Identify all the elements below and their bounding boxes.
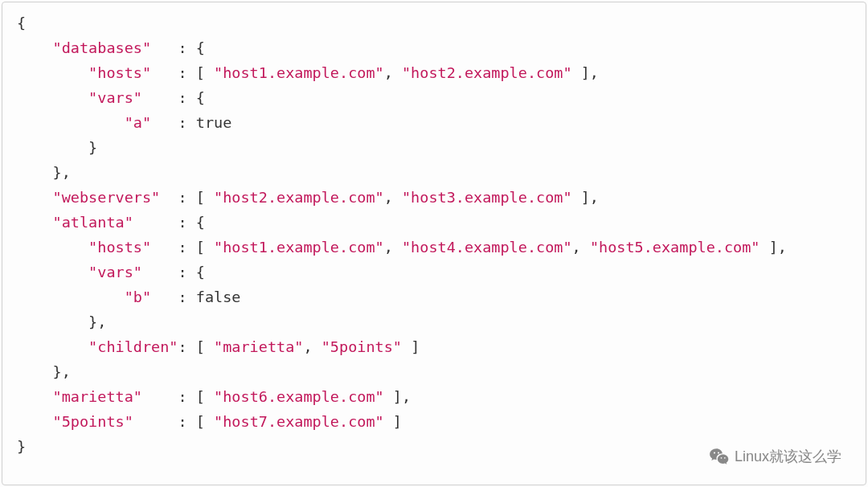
key-vars: "vars": [88, 89, 142, 106]
bracket-open: [: [196, 64, 205, 81]
comma: ,: [384, 189, 393, 206]
bracket-close: ]: [393, 413, 402, 430]
colon: :: [178, 39, 187, 56]
watermark: Linux就该这么学: [709, 446, 841, 467]
key-hosts: "hosts": [88, 239, 151, 256]
bracket-close-comma: ],: [393, 388, 411, 405]
comma: ,: [303, 338, 312, 355]
key-atlanta: "atlanta": [53, 214, 133, 231]
key-webservers: "webservers": [53, 189, 161, 206]
colon: :: [178, 413, 187, 430]
key-children: "children": [88, 338, 178, 355]
colon: :: [178, 64, 187, 81]
key-hosts: "hosts": [88, 64, 151, 81]
string-5points: "5points": [321, 338, 402, 355]
brace-open: {: [196, 264, 205, 280]
bracket-close: ]: [411, 338, 420, 355]
bracket-close-comma: ],: [581, 64, 599, 81]
key-marietta: "marietta": [53, 388, 142, 405]
colon: :: [178, 189, 187, 206]
brace-close: }: [88, 139, 97, 156]
string-host5: "host5.example.com": [590, 239, 760, 256]
brace-close-comma: },: [88, 313, 106, 330]
colon: :: [178, 89, 187, 106]
string-host1: "host1.example.com": [214, 64, 384, 81]
string-host2: "host2.example.com": [402, 64, 572, 81]
brace-open: {: [196, 214, 205, 231]
key-databases: "databases": [53, 39, 152, 56]
bracket-open: [: [196, 413, 205, 430]
bracket-open: [: [196, 239, 205, 256]
string-host4: "host4.example.com": [402, 239, 572, 256]
brace-open: {: [196, 89, 205, 106]
string-marietta: "marietta": [214, 338, 303, 355]
wechat-icon: [709, 446, 730, 467]
colon: :: [178, 239, 187, 256]
brace-close-comma: },: [53, 363, 71, 380]
bracket-open: [: [196, 338, 205, 355]
string-host7: "host7.example.com": [214, 413, 384, 430]
colon: :: [178, 388, 187, 405]
bracket-open: [: [196, 189, 205, 206]
bool-true: true: [196, 114, 232, 131]
bracket-open: [: [196, 388, 205, 405]
comma: ,: [572, 239, 581, 256]
code-frame: { "databases" : { "hosts" : [ "host1.exa…: [2, 2, 866, 485]
string-host2: "host2.example.com": [214, 189, 384, 206]
bool-false: false: [196, 289, 241, 305]
key-b: "b": [125, 289, 151, 305]
brace-open: {: [17, 14, 26, 31]
comma: ,: [384, 64, 393, 81]
colon: :: [178, 114, 187, 131]
string-host1: "host1.example.com": [214, 239, 384, 256]
key-vars: "vars": [88, 264, 142, 280]
key-5points: "5points": [53, 413, 133, 430]
code-block: { "databases" : { "hosts" : [ "host1.exa…: [2, 2, 866, 467]
colon: :: [178, 289, 187, 305]
colon: :: [178, 338, 187, 355]
colon: :: [178, 264, 187, 280]
string-host3: "host3.example.com": [402, 189, 572, 206]
bracket-close-comma: ],: [769, 239, 787, 256]
comma: ,: [384, 239, 393, 256]
brace-close-comma: },: [53, 164, 71, 181]
colon: :: [178, 214, 187, 231]
key-a: "a": [125, 114, 151, 131]
watermark-text: Linux就该这么学: [735, 447, 841, 466]
brace-open: {: [196, 39, 205, 56]
bracket-close-comma: ],: [581, 189, 599, 206]
brace-close: }: [17, 438, 26, 455]
string-host6: "host6.example.com": [214, 388, 384, 405]
